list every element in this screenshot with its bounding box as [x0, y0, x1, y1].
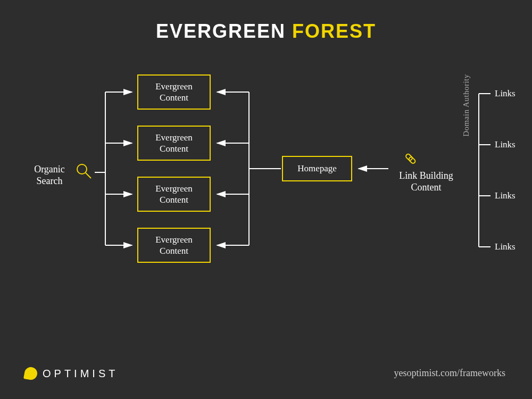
evergreen-box-2: Evergreen Content	[137, 126, 211, 161]
svg-rect-15	[405, 153, 413, 161]
evergreen-box-1-label: Evergreen Content	[140, 81, 207, 104]
brand-logo: OPTIMIST	[24, 367, 118, 380]
footer-url: yesoptimist.com/frameworks	[394, 368, 505, 379]
evergreen-box-1: Evergreen Content	[137, 74, 211, 110]
evergreen-box-4: Evergreen Content	[137, 228, 211, 263]
diagram-connectors	[0, 0, 532, 399]
link-building-label: Link Building Content	[392, 170, 461, 193]
domain-authority-label: Domain Authority	[462, 68, 471, 143]
organic-search-label: Organic Search	[26, 164, 73, 187]
svg-rect-16	[408, 156, 416, 164]
homepage-label: Homepage	[297, 163, 337, 174]
link-icon	[405, 153, 417, 164]
evergreen-box-2-label: Evergreen Content	[140, 132, 207, 155]
search-icon	[77, 164, 91, 178]
links-label-1: Links	[495, 88, 516, 99]
links-label-3: Links	[495, 190, 516, 201]
diagram-title: EVERGREEN FOREST	[0, 20, 532, 43]
links-label-4: Links	[495, 242, 516, 252]
evergreen-box-3: Evergreen Content	[137, 177, 211, 212]
title-word-2: FOREST	[292, 20, 376, 42]
svg-line-1	[86, 173, 91, 178]
links-label-2: Links	[495, 139, 516, 150]
lemon-icon	[23, 366, 38, 381]
evergreen-box-4-label: Evergreen Content	[140, 234, 207, 257]
brand-text: OPTIMIST	[43, 368, 118, 380]
title-word-1: EVERGREEN	[156, 20, 286, 42]
evergreen-box-3-label: Evergreen Content	[140, 183, 207, 206]
svg-point-0	[77, 164, 87, 174]
homepage-box: Homepage	[282, 156, 352, 181]
